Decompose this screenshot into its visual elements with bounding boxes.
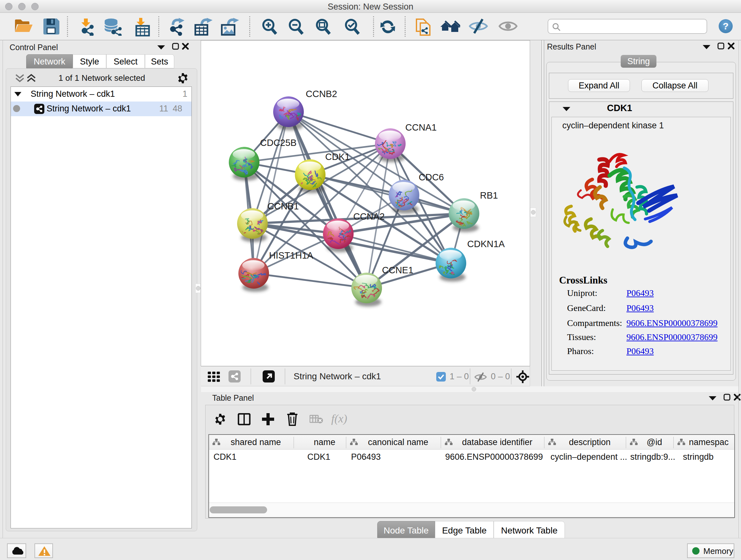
svg-text:CDKN1A: CDKN1A [467, 239, 505, 249]
svg-text:CCNB1: CCNB1 [267, 201, 299, 211]
svg-text:CCNA2: CCNA2 [353, 211, 385, 222]
svg-text:CDK1: CDK1 [325, 152, 350, 162]
svg-text:HIST1H1A: HIST1H1A [269, 250, 313, 260]
svg-text:CDC25B: CDC25B [260, 138, 296, 148]
svg-text:CCNE1: CCNE1 [382, 265, 413, 275]
svg-text:CCNA1: CCNA1 [405, 122, 436, 132]
svg-text:RB1: RB1 [480, 190, 498, 200]
svg-text:CDC6: CDC6 [419, 172, 444, 182]
svg-text:CCNB2: CCNB2 [306, 89, 337, 99]
